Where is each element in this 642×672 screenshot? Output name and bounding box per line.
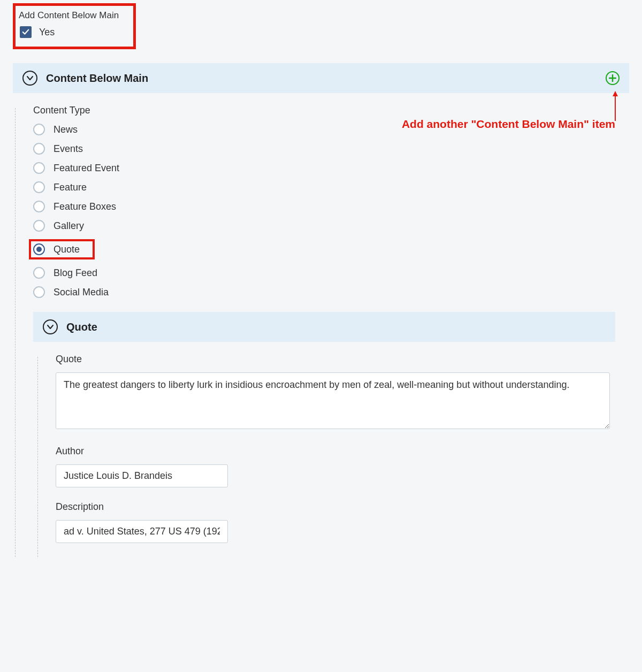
plus-icon <box>609 74 616 82</box>
radio-label: Events <box>54 143 83 155</box>
author-field-label: Author <box>56 446 610 457</box>
radio-option-feature-boxes[interactable]: Feature Boxes <box>33 201 615 212</box>
section-title: Content Below Main <box>46 72 148 85</box>
radio-option-featured-event[interactable]: Featured Event <box>33 162 615 174</box>
add-content-label: Add Content Below Main <box>19 10 126 21</box>
radio-option-blog-feed[interactable]: Blog Feed <box>33 267 615 279</box>
add-content-item-button[interactable] <box>606 71 620 85</box>
radio-icon <box>33 181 45 193</box>
quote-textarea[interactable] <box>56 372 610 429</box>
tree-rail <box>15 108 31 557</box>
description-input[interactable] <box>56 520 228 543</box>
quote-section-title: Quote <box>66 321 97 333</box>
content-below-main-panel: Content Below Main Content Type News <box>13 63 629 557</box>
radio-label: Social Media <box>54 287 109 298</box>
quote-collapse-toggle[interactable] <box>43 319 58 334</box>
radio-label: Gallery <box>54 220 84 232</box>
quote-section-header: Quote <box>33 312 615 342</box>
tree-rail <box>37 357 56 557</box>
add-content-checkbox[interactable] <box>20 26 32 38</box>
radio-label: Feature <box>54 182 87 193</box>
add-content-below-main-block: Add Content Below Main Yes <box>13 3 136 49</box>
radio-icon <box>33 201 45 212</box>
check-icon <box>22 28 29 36</box>
radio-label: Featured Event <box>54 163 119 174</box>
radio-option-quote[interactable]: Quote <box>29 239 95 259</box>
description-field-label: Description <box>56 501 610 513</box>
chevron-down-icon <box>27 75 33 81</box>
content-type-label: Content Type <box>33 105 615 116</box>
radio-option-feature[interactable]: Feature <box>33 181 615 193</box>
radio-icon <box>33 286 45 298</box>
radio-icon <box>33 220 45 232</box>
radio-option-events[interactable]: Events <box>33 143 615 155</box>
radio-icon <box>33 162 45 174</box>
radio-option-social-media[interactable]: Social Media <box>33 286 615 298</box>
radio-icon <box>33 124 45 135</box>
quote-field-label: Quote <box>56 354 610 365</box>
radio-icon <box>33 143 45 155</box>
checkbox-yes-label: Yes <box>39 27 55 38</box>
radio-label: News <box>54 124 78 135</box>
radio-label: Feature Boxes <box>54 201 116 212</box>
quote-section: Quote Quote Author <box>33 312 615 557</box>
radio-icon <box>33 267 45 279</box>
radio-option-news[interactable]: News <box>33 124 615 135</box>
content-below-main-header: Content Below Main <box>13 63 629 93</box>
radio-label: Quote <box>54 244 80 255</box>
chevron-down-icon <box>47 324 54 330</box>
radio-label: Blog Feed <box>54 268 97 279</box>
radio-icon <box>33 243 45 255</box>
content-type-radio-group: News Events Featured Event Feature <box>33 124 615 298</box>
radio-option-gallery[interactable]: Gallery <box>33 220 615 232</box>
author-input[interactable] <box>56 464 228 487</box>
collapse-toggle[interactable] <box>22 71 37 86</box>
